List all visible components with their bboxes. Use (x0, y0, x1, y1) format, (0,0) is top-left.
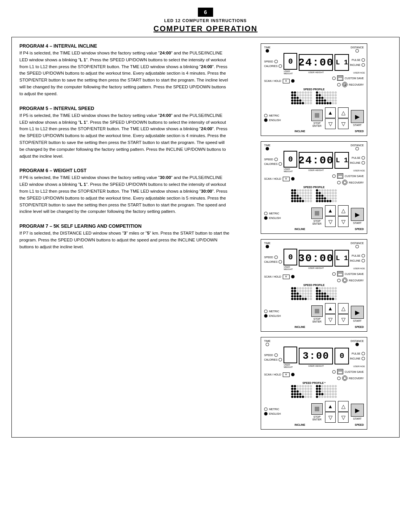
dot-matrix-right-4 (316, 91, 337, 104)
program-5-section: PROGRAM 5 – INTERVAL SPEED If P5 is sele… (19, 106, 229, 160)
speed-profile-label-4: SPEED PROFILE (264, 88, 364, 91)
program-6-title: PROGRAM 6 – WEIGHT LOST (19, 168, 229, 173)
scan-icon-4[interactable]: ≡ (283, 79, 290, 83)
incline-up-btn-7[interactable]: ▲ (325, 401, 336, 412)
speed-arrows-7: △ ▽ (338, 401, 349, 423)
scan-icon-5[interactable]: ≡ (283, 177, 290, 181)
start-group-4: ▶ START (351, 110, 364, 126)
incline-indicator-7: INCLINE (350, 357, 365, 360)
start-label-6: START (353, 320, 362, 322)
custom-save-icon-6[interactable] (337, 271, 343, 276)
page-number: 6 (198, 8, 213, 17)
speed-down-btn-7[interactable]: ▽ (338, 412, 349, 423)
svg-text:♻: ♻ (344, 84, 346, 86)
recovery-icon-5[interactable] (342, 180, 347, 185)
scan-led-4 (291, 79, 295, 83)
scan-hold-6: SCAN / HOLD ≡ (264, 275, 295, 279)
time-led-5 (266, 147, 269, 150)
content-area: PROGRAM 4 – INTERVAL INCLINE If P4 is se… (11, 37, 400, 438)
speed-down-btn-5[interactable]: ▽ (338, 216, 349, 227)
program-5-title: PROGRAM 5 – INTERVAL SPEED (19, 106, 229, 111)
time-label-4: TIME (264, 46, 271, 49)
page-number-bar: 6 (11, 8, 400, 17)
stop-enter-btn-7[interactable] (311, 403, 323, 415)
custom-save-icon-5[interactable] (337, 173, 343, 179)
dot-matrix-left-5 (291, 189, 312, 202)
recovery-4: ♻ RECOVERY (337, 82, 364, 87)
metric-indicator-4: METRIC (264, 114, 281, 117)
stop-enter-btn-4[interactable] (311, 110, 323, 121)
stop-enter-group-5: STOPENTER (311, 208, 323, 225)
stop-enter-btn-6[interactable] (311, 305, 323, 317)
incline-led-6 (362, 259, 365, 262)
recovery-led-5 (337, 181, 341, 184)
start-label-4: START (353, 124, 362, 126)
level-display-7: 0 (335, 348, 349, 364)
small-display-6: 0 (284, 249, 297, 265)
scan-icon-6[interactable]: ≡ (283, 275, 290, 279)
incline-down-btn-5[interactable]: ▽ (325, 216, 336, 227)
incline-down-btn-6[interactable]: ▽ (325, 314, 336, 325)
stop-enter-group-7: STOPENTER (311, 403, 323, 421)
speed-up-btn-5[interactable]: △ (338, 205, 349, 216)
english-led-6 (264, 314, 268, 318)
incline-up-btn-5[interactable]: ▲ (325, 205, 336, 216)
recovery-icon-6[interactable] (342, 278, 347, 283)
program-7-title: PROGRAM 7 – 5K SELF LEARING AND COMPETIT… (19, 224, 229, 229)
program-7-text: If P7 is selected, the DISTANCE LED wind… (19, 230, 229, 250)
buttons-row-7: STOPENTER ▲ ▽ △ ▽ ▶ START (311, 401, 364, 423)
program-4-title: PROGRAM 4 – INTERVAL INCLINE (19, 43, 229, 49)
recovery-icon-7[interactable] (342, 375, 347, 381)
incline-down-btn-7[interactable]: ▽ (325, 412, 336, 423)
speed-indicator-5: SPEED (264, 158, 282, 161)
scan-icon-7[interactable]: ≡ (283, 372, 290, 377)
user-weight-label-4: USER WEIGHT (284, 70, 297, 75)
distance-led-6 (355, 245, 359, 248)
incline-led-4 (362, 63, 365, 67)
start-btn-6[interactable]: ▶ (351, 306, 364, 319)
incline-indicator-6: INCLINE (350, 259, 365, 262)
speed-down-btn-4[interactable]: ▽ (338, 118, 349, 129)
dot-matrix-left-6 (291, 287, 312, 300)
distance-led-group-7: DISTANCE (350, 340, 364, 346)
right-column: TIME DISTANCE SPEED (236, 43, 392, 431)
start-btn-4[interactable]: ▶ (351, 110, 364, 123)
recovery-icon-4[interactable]: ♻ (342, 82, 347, 87)
recovery-6: RECOVERY (337, 278, 364, 283)
start-group-6: ▶ START (351, 306, 364, 322)
start-label-5: START (353, 222, 362, 224)
main-title: COMPUTER OPERATION (11, 24, 400, 33)
speed-down-btn-6[interactable]: ▽ (338, 314, 349, 325)
speed-indicator-4: SPEED (264, 60, 282, 63)
incline-up-btn-6[interactable]: ▲ (325, 303, 336, 314)
time-led-7 (266, 343, 269, 346)
console-6: TIME DISTANCE SPEED (261, 239, 367, 332)
custom-save-icon-7[interactable] (337, 369, 343, 374)
speed-up-btn-7[interactable]: △ (338, 401, 349, 412)
pulse-indicator-7: PULSE (350, 352, 365, 355)
incline-down-btn-4[interactable]: ▽ (325, 118, 336, 129)
stop-enter-btn-5[interactable] (311, 208, 323, 219)
pulse-led-7 (362, 352, 365, 355)
recovery-led-6 (337, 279, 341, 282)
custom-save-4: CUSTOM SAVE (332, 75, 364, 81)
incline-speed-labels-7: INCLINE SPEED (264, 423, 364, 426)
incline-speed-labels-5: INCLINE SPEED (264, 228, 364, 230)
speed-led-5 (274, 158, 278, 161)
scan-led-5 (291, 177, 295, 181)
small-display-4: 0 (284, 53, 297, 70)
incline-up-btn-4[interactable]: ▲ (325, 107, 336, 118)
incline-arrows-5: ▲ ▽ (325, 205, 336, 227)
speed-up-btn-6[interactable]: △ (338, 303, 349, 314)
pulse-led-4 (362, 58, 365, 62)
start-btn-7[interactable]: ▶ (351, 404, 364, 417)
custom-save-icon-4[interactable] (337, 75, 343, 81)
pulse-led-5 (362, 156, 365, 160)
distance-label-4: DISTANCE (350, 46, 364, 49)
scan-hold-5: SCAN / HOLD ≡ (264, 177, 295, 181)
custom-save-led-4 (332, 77, 336, 80)
svg-rect-16 (315, 407, 319, 411)
speed-up-btn-4[interactable]: △ (338, 107, 349, 118)
calories-led-6 (279, 260, 282, 264)
start-btn-5[interactable]: ▶ (351, 208, 364, 221)
